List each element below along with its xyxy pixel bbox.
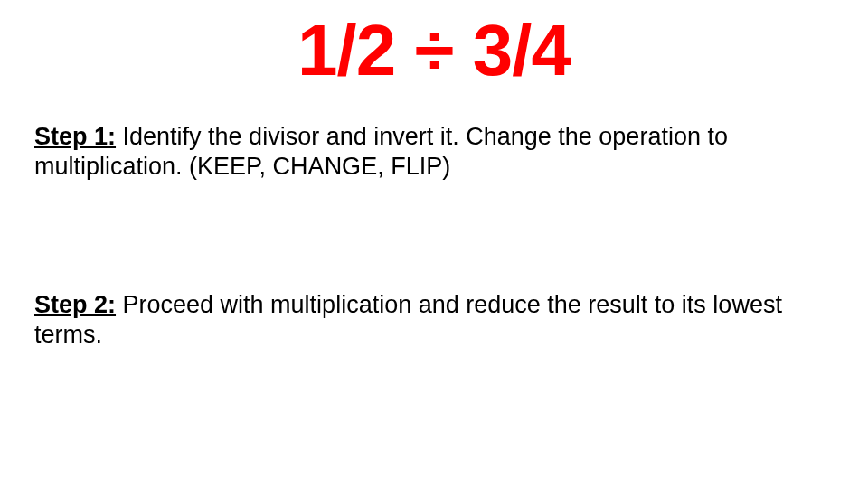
- step-2: Step 2: Proceed with multiplication and …: [34, 290, 834, 350]
- steps-body: Step 1: Identify the divisor and invert …: [34, 122, 834, 458]
- step-1-text: Identify the divisor and invert it. Chan…: [34, 123, 728, 180]
- slide: 1/2 ÷ 3/4 Step 1: Identify the divisor a…: [0, 0, 868, 488]
- problem-title: 1/2 ÷ 3/4: [0, 9, 868, 92]
- step-1: Step 1: Identify the divisor and invert …: [34, 122, 834, 182]
- step-2-text: Proceed with multiplication and reduce t…: [34, 291, 782, 348]
- step-2-label: Step 2:: [34, 291, 116, 318]
- step-1-label: Step 1:: [34, 123, 116, 150]
